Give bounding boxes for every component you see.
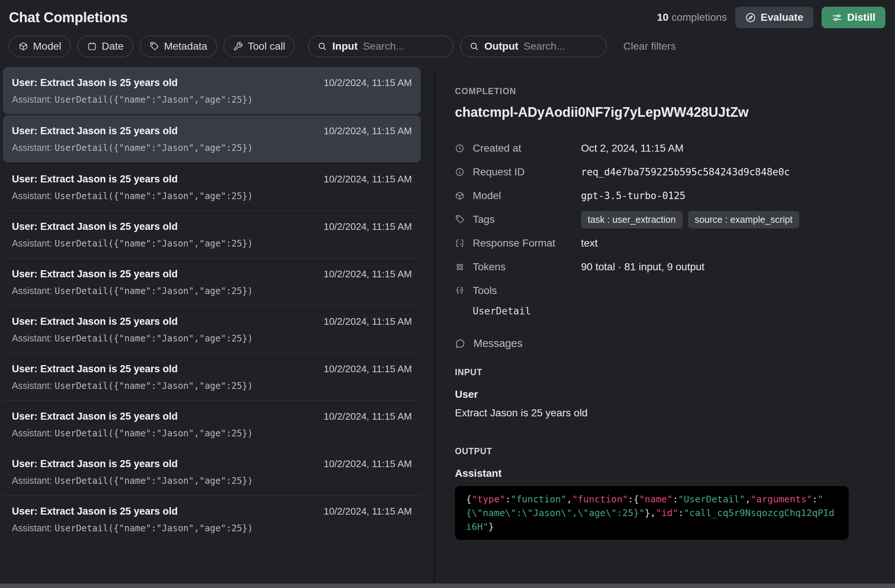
input-search-field[interactable] bbox=[363, 40, 444, 52]
row-user-text: User: Extract Jason is 25 years old bbox=[12, 363, 177, 375]
top-bar-actions: 10completions Evaluate Distill bbox=[657, 7, 885, 28]
filter-pill-metadata[interactable]: Metadata bbox=[140, 36, 217, 57]
row-assistant-code: UserDetail({"name":"Jason","age":25}) bbox=[55, 286, 253, 296]
field-label: Response Format bbox=[473, 237, 581, 249]
row-assistant-label: Assistant: bbox=[12, 475, 55, 486]
output-role-label: Assistant bbox=[455, 468, 874, 479]
completions-list: User: Extract Jason is 25 years old 10/2… bbox=[0, 67, 435, 583]
output-search-label: Output bbox=[484, 40, 518, 52]
clear-filters-link[interactable]: Clear filters bbox=[623, 40, 676, 52]
cube-icon bbox=[18, 41, 28, 51]
row-user-text: User: Extract Jason is 25 years old bbox=[12, 174, 177, 185]
distill-button-label: Distill bbox=[847, 12, 875, 23]
row-user-text: User: Extract Jason is 25 years old bbox=[12, 506, 177, 517]
field-value: Oct 2, 2024, 11:15 AM bbox=[581, 142, 874, 154]
row-assistant-code: UserDetail({"name":"Jason","age":25}) bbox=[55, 381, 253, 391]
completion-list-item[interactable]: User: Extract Jason is 25 years old 10/2… bbox=[3, 164, 421, 211]
row-assistant-label: Assistant: bbox=[12, 380, 55, 391]
row-user-text: User: Extract Jason is 25 years old bbox=[12, 316, 177, 327]
row-timestamp: 10/2/2024, 11:15 AM bbox=[324, 125, 412, 137]
row-assistant-label: Assistant: bbox=[12, 94, 55, 105]
top-bar: Chat Completions 10completions Evaluate … bbox=[0, 0, 895, 32]
row-timestamp: 10/2/2024, 11:15 AM bbox=[324, 363, 412, 375]
tag-chips: task : user_extractionsource : example_s… bbox=[581, 211, 874, 228]
row-assistant-code: UserDetail({"name":"Jason","age":25}) bbox=[55, 523, 253, 533]
distill-button[interactable]: Distill bbox=[822, 7, 885, 28]
row-timestamp: 10/2/2024, 11:15 AM bbox=[324, 506, 412, 517]
row-assistant-code: UserDetail({"name":"Jason","age":25}) bbox=[55, 476, 253, 486]
filter-bar: ModelDateMetadataTool call Input Output … bbox=[0, 32, 895, 67]
output-search-field[interactable] bbox=[523, 40, 598, 52]
field-label: Tokens bbox=[473, 261, 581, 273]
completion-list-item[interactable]: User: Extract Jason is 25 years old 10/2… bbox=[3, 400, 421, 448]
row-timestamp: 10/2/2024, 11:15 AM bbox=[324, 221, 412, 232]
row-timestamp: 10/2/2024, 11:15 AM bbox=[324, 174, 412, 185]
tag-icon bbox=[455, 215, 473, 224]
completion-list-item[interactable]: User: Extract Jason is 25 years old 10/2… bbox=[3, 353, 421, 400]
output-code-block: {"type":"function","function":{"name":"U… bbox=[455, 486, 849, 540]
row-user-text: User: Extract Jason is 25 years old bbox=[12, 77, 177, 89]
page-title: Chat Completions bbox=[9, 10, 127, 26]
field-request-id: Request IDreq_d4e7ba759225b595c584243d9c… bbox=[455, 160, 874, 184]
completion-list-item[interactable]: User: Extract Jason is 25 years old 10/2… bbox=[3, 258, 421, 306]
row-assistant-code: UserDetail({"name":"Jason","age":25}) bbox=[55, 94, 253, 105]
evaluate-button[interactable]: Evaluate bbox=[735, 7, 813, 28]
field-label: Tags bbox=[473, 214, 581, 226]
completions-count-number: 10 bbox=[657, 12, 669, 23]
horizontal-scrollbar[interactable] bbox=[0, 583, 895, 588]
row-assistant-label: Assistant: bbox=[12, 285, 55, 296]
tag-icon bbox=[149, 41, 159, 51]
row-user-text: User: Extract Jason is 25 years old bbox=[12, 221, 177, 232]
response-format-icon bbox=[455, 238, 473, 248]
output-search[interactable]: Output bbox=[460, 36, 607, 57]
filter-pill-label: Tool call bbox=[248, 40, 285, 52]
row-timestamp: 10/2/2024, 11:15 AM bbox=[324, 458, 412, 470]
clock-icon bbox=[455, 144, 473, 153]
field-model: Modelgpt-3.5-turbo-0125 bbox=[455, 184, 874, 208]
filter-pills: ModelDateMetadataTool call bbox=[9, 36, 295, 57]
completion-fields: Created atOct 2, 2024, 11:15 AMRequest I… bbox=[455, 136, 874, 317]
input-role-label: User bbox=[455, 388, 874, 400]
input-section-label: INPUT bbox=[455, 367, 874, 377]
row-assistant-label: Assistant: bbox=[12, 238, 55, 249]
completion-section-label: COMPLETION bbox=[455, 86, 874, 96]
completion-list-item[interactable]: User: Extract Jason is 25 years old 10/2… bbox=[3, 67, 421, 114]
completions-count: 10completions bbox=[657, 12, 727, 23]
filter-pill-label: Model bbox=[33, 40, 61, 52]
filter-pill-tool-call[interactable]: Tool call bbox=[224, 36, 295, 57]
input-search-label: Input bbox=[332, 40, 357, 52]
field-label: Tools bbox=[473, 285, 581, 297]
field-response-format: Response Formattext bbox=[455, 231, 874, 255]
row-assistant-label: Assistant: bbox=[12, 191, 55, 201]
filter-pill-model[interactable]: Model bbox=[9, 36, 71, 57]
completion-list-item[interactable]: User: Extract Jason is 25 years old 10/2… bbox=[3, 211, 421, 258]
cube-icon bbox=[455, 191, 473, 200]
completion-list-item[interactable]: User: Extract Jason is 25 years old 10/2… bbox=[3, 306, 421, 353]
field-value: text bbox=[581, 237, 874, 249]
field-tags: Tagstask : user_extractionsource : examp… bbox=[455, 208, 874, 231]
tag-chip: source : example_script bbox=[688, 211, 799, 228]
row-assistant-code: UserDetail({"name":"Jason","age":25}) bbox=[55, 238, 253, 249]
field-created-at: Created atOct 2, 2024, 11:15 AM bbox=[455, 136, 874, 160]
field-value: 90 total · 81 input, 9 output bbox=[581, 261, 874, 273]
field-label: Request ID bbox=[473, 166, 581, 178]
completion-list-item[interactable]: User: Extract Jason is 25 years old 10/2… bbox=[3, 448, 421, 495]
output-section-label: OUTPUT bbox=[455, 446, 874, 456]
filter-pill-date[interactable]: Date bbox=[77, 36, 133, 57]
row-user-text: User: Extract Jason is 25 years old bbox=[12, 125, 177, 137]
row-timestamp: 10/2/2024, 11:15 AM bbox=[324, 77, 412, 89]
completion-list-item[interactable]: User: Extract Jason is 25 years old 10/2… bbox=[3, 495, 421, 543]
field-tokens: Tokens90 total · 81 input, 9 output bbox=[455, 255, 874, 279]
sliders-icon bbox=[831, 12, 842, 23]
field-tools: fTools bbox=[455, 279, 874, 303]
row-assistant-code: UserDetail({"name":"Jason","age":25}) bbox=[55, 428, 253, 439]
chat-bubble-icon bbox=[455, 338, 465, 349]
row-timestamp: 10/2/2024, 11:15 AM bbox=[324, 268, 412, 280]
row-assistant-code: UserDetail({"name":"Jason","age":25}) bbox=[55, 143, 253, 153]
input-search[interactable]: Input bbox=[308, 36, 454, 57]
row-assistant-code: UserDetail({"name":"Jason","age":25}) bbox=[55, 333, 253, 344]
search-icon bbox=[469, 41, 479, 51]
completion-id: chatcmpl-ADyAodii0NF7ig7yLepWW428UJtZw bbox=[455, 105, 874, 120]
completion-list-item[interactable]: User: Extract Jason is 25 years old 10/2… bbox=[3, 115, 421, 162]
wrench-icon bbox=[233, 41, 243, 51]
